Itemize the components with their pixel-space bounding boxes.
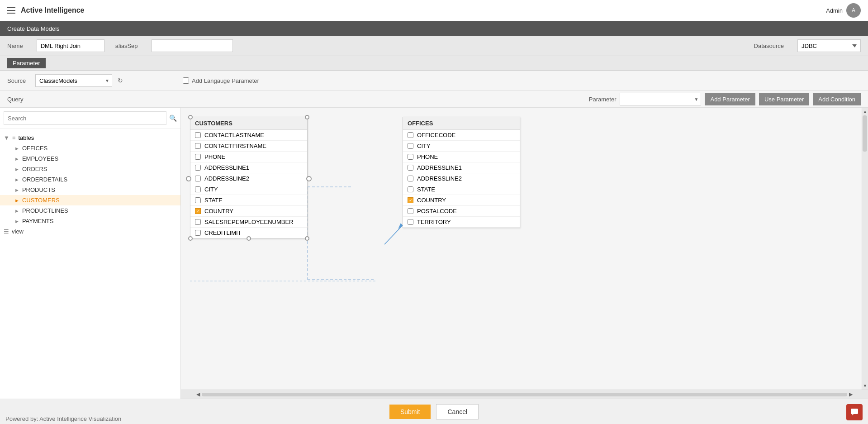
resize-handle-bm[interactable]: [247, 236, 251, 241]
resize-handle-bl[interactable]: [188, 236, 193, 241]
parameter-label: Parameter: [589, 96, 617, 103]
tree-item-employees[interactable]: ► EMPLOYEES: [0, 153, 180, 164]
right-field-cb-officecode[interactable]: [408, 132, 413, 138]
right-field-cb-addressline2[interactable]: [408, 176, 413, 181]
svg-line-3: [384, 225, 403, 244]
right-field-addressline2: ADDRESSLINE2: [403, 173, 520, 184]
left-field-cb-state[interactable]: [195, 197, 201, 203]
right-field-city: CITY: [403, 141, 520, 152]
scrollbar-track: [862, 115, 868, 382]
add-parameter-button[interactable]: Add Parameter: [705, 93, 755, 105]
query-param-row: Query Parameter ▼ Add Parameter Use Para…: [0, 91, 868, 108]
parameter-tab-button[interactable]: Parameter: [7, 58, 46, 68]
name-input[interactable]: [37, 39, 104, 52]
tree-item-payments[interactable]: ► PAYMENTS: [0, 216, 180, 226]
chat-icon[interactable]: [846, 404, 863, 420]
resize-handle-tl[interactable]: [188, 115, 193, 119]
tree-item-label: ORDERDETAILS: [22, 176, 67, 183]
right-field-officecode: OFFICECODE: [403, 130, 520, 141]
view-label: view: [12, 228, 24, 235]
main-wrapper: Create Data Models Name aliasSep Datasou…: [0, 21, 868, 424]
source-select[interactable]: ClassicModels Other: [35, 74, 112, 87]
left-table-header: CUSTOMERS: [190, 117, 307, 130]
tree-item-offices[interactable]: ► OFFICES: [0, 143, 180, 153]
tree-expand-icon: ►: [14, 177, 19, 182]
left-field-cb-addressline2[interactable]: [195, 176, 201, 181]
right-field-addressline1: ADDRESSLINE1: [403, 162, 520, 173]
tree-item-label: PAYMENTS: [22, 218, 54, 224]
view-icon: ☰: [4, 228, 9, 235]
scrollbar-down-button[interactable]: ▼: [862, 382, 868, 390]
tree-item-label: OFFICES: [22, 145, 47, 152]
refresh-button[interactable]: ↻: [118, 77, 123, 84]
tree-item-label: ORDERS: [22, 166, 47, 172]
left-field-country: ✓ COUNTRY: [190, 206, 307, 217]
left-table: CUSTOMERS CONTACTLASTNAME CONTACTFIRSTNA…: [190, 117, 308, 239]
join-handle-left[interactable]: [186, 176, 191, 181]
horizontal-scrollbar[interactable]: [202, 393, 847, 396]
search-input[interactable]: [4, 111, 166, 125]
add-language-param-row: Add Langauge Parameter: [183, 77, 259, 84]
left-field-cb-city[interactable]: [195, 186, 201, 192]
tree-expand-icon: ►: [14, 156, 19, 162]
source-select-wrapper: ClassicModels Other ▼: [35, 74, 112, 87]
tree-area: ▼ ≡ tables ► OFFICES ► EMPLOYEES ► ORDER…: [0, 129, 180, 399]
svg-marker-7: [852, 414, 854, 415]
left-field-addressline1: ADDRESSLINE1: [190, 162, 307, 173]
scroll-left-button[interactable]: ◀: [194, 391, 202, 397]
right-field-cb-territory[interactable]: [408, 219, 413, 225]
table-icon: ≡: [12, 134, 16, 141]
join-handle-right[interactable]: [306, 176, 312, 181]
tree-root-tables[interactable]: ▼ ≡ tables: [0, 133, 180, 143]
tree-item-orders[interactable]: ► ORDERS: [0, 164, 180, 174]
right-field-cb-city[interactable]: [408, 143, 413, 149]
left-field-cb-creditlimit[interactable]: [195, 230, 201, 236]
tree-item-products[interactable]: ► PRODUCTS: [0, 185, 180, 195]
use-parameter-button[interactable]: Use Parameter: [759, 93, 809, 105]
resize-handle-br[interactable]: [305, 236, 309, 241]
left-table-title: CUSTOMERS: [195, 120, 232, 127]
tree-item-productlines[interactable]: ► PRODUCTLINES: [0, 205, 180, 216]
scrollbar-thumb[interactable]: [863, 115, 867, 152]
powered-by-text: Powered by: Active Intelligence Visualiz…: [5, 415, 121, 422]
left-field-cb-contactlastname[interactable]: [195, 132, 201, 138]
chat-icon-svg: [850, 408, 859, 417]
left-field-cb-salesrep[interactable]: [195, 219, 201, 225]
tree-item-orderdetails[interactable]: ► ORDERDETAILS: [0, 174, 180, 185]
left-field-cb-contactfirstname[interactable]: [195, 143, 201, 149]
right-field-cb-addressline1[interactable]: [408, 165, 413, 171]
left-field-cb-phone[interactable]: [195, 154, 201, 160]
cancel-button[interactable]: Cancel: [436, 404, 479, 419]
submit-button[interactable]: Submit: [389, 405, 431, 419]
right-scrollbar: ▲ ▼: [862, 108, 868, 390]
right-field-cb-postalcode[interactable]: [408, 208, 413, 214]
add-condition-button[interactable]: Add Condition: [813, 93, 861, 105]
left-field-state: STATE: [190, 195, 307, 206]
source-label: Source: [7, 77, 30, 84]
resize-handle-tr[interactable]: [305, 115, 309, 119]
name-label: Name: [7, 43, 23, 49]
param-select[interactable]: [620, 93, 701, 105]
add-language-param-checkbox[interactable]: [183, 77, 189, 84]
scrollbar-up-button[interactable]: ▲: [862, 108, 868, 115]
datasource-select[interactable]: JDBC MySQL PostgreSQL: [797, 39, 861, 52]
right-field-territory: TERRITORY: [403, 217, 520, 228]
right-field-cb-state[interactable]: [408, 186, 413, 192]
right-field-cb-phone[interactable]: [408, 154, 413, 160]
left-field-cb-country[interactable]: ✓: [195, 208, 201, 214]
alias-sep-input[interactable]: [152, 39, 233, 52]
tree-expand-icon: ►: [14, 198, 19, 203]
tree-expand-icon: ►: [14, 167, 19, 172]
left-field-city: CITY: [190, 184, 307, 195]
tree-collapse-icon: ▼: [4, 134, 9, 141]
hamburger-menu[interactable]: [7, 7, 15, 14]
tree-item-view[interactable]: ☰ view: [0, 226, 180, 237]
tree-expand-icon: ►: [14, 146, 19, 151]
page-title: Create Data Models: [7, 25, 60, 32]
param-select-wrapper: ▼: [620, 93, 701, 105]
left-field-cb-addressline1[interactable]: [195, 165, 201, 171]
right-field-cb-country[interactable]: ✓: [408, 197, 413, 203]
tree-item-customers[interactable]: ► CUSTOMERS: [0, 195, 180, 205]
tree-item-label: CUSTOMERS: [22, 197, 60, 204]
scroll-right-button[interactable]: ▶: [847, 391, 854, 397]
